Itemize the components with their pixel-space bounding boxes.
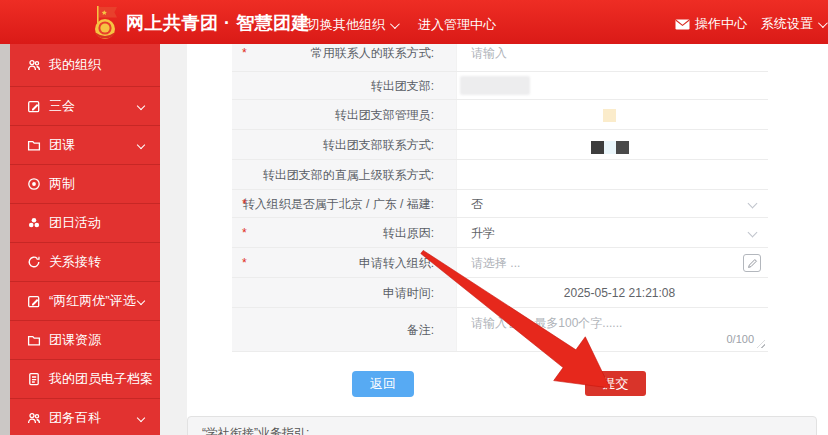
char-counter: 0/100 <box>726 333 754 345</box>
app-header: 网上共青团 · 智慧团建 切换其他组织 进入管理中心 操作中心 系统设置 ? <box>0 0 828 44</box>
row-out-branch: 转出团支部: <box>232 72 768 100</box>
remarks-textarea[interactable]: 请输入备注,最多100个字...... 0/100 <box>456 308 768 351</box>
chevron-down-icon <box>748 228 758 238</box>
field-label: 转出团支部联系方式: <box>323 138 434 152</box>
sidebar-item-relationship-transfer[interactable]: 关系接转 <box>10 243 160 282</box>
back-button[interactable]: 返回 <box>352 371 414 397</box>
field-label: 申请转入组织: <box>359 256 434 270</box>
chevron-down-icon <box>137 297 145 305</box>
folder-icon <box>27 333 41 347</box>
app-window: 网上共青团 · 智慧团建 切换其他组织 进入管理中心 操作中心 系统设置 ? <box>0 0 828 435</box>
edit-icon <box>27 294 41 308</box>
guide-title: “学社衔接”业务指引: <box>202 426 309 435</box>
pencil-icon <box>747 258 758 269</box>
sidebar-item-two-red-two-excellent[interactable]: “两红两优”评选 <box>10 282 160 321</box>
chevron-down-icon <box>390 19 400 29</box>
sidebar-item-member-archive[interactable]: 我的团员电子档案 <box>10 360 160 399</box>
region-select-dropdown[interactable]: 否 <box>456 190 768 217</box>
target-icon <box>27 177 41 191</box>
edit-organization-button[interactable] <box>743 254 761 272</box>
system-settings-menu[interactable]: 系统设置 <box>761 15 825 33</box>
row-superior-contact: 转出团支部的直属上级联系方式: <box>232 160 768 190</box>
doc-icon <box>27 372 41 386</box>
field-label: 申请时间: <box>383 286 434 300</box>
folder-icon <box>27 138 41 152</box>
chevron-down-icon <box>818 18 828 28</box>
sidebar-item-league-class[interactable]: 团课 <box>10 126 160 165</box>
sidebar-item-three-meetings[interactable]: 三会 <box>10 87 160 126</box>
required-marker: * <box>242 190 247 218</box>
resize-grip[interactable] <box>757 340 765 348</box>
enter-admin-center-link[interactable]: 进入管理中心 <box>418 16 496 34</box>
field-label: 常用联系人的联系方式: <box>311 46 434 60</box>
users-icon <box>27 411 41 425</box>
row-region-select: * 转入组织是否属于北京 / 广东 / 福建: 否 <box>232 190 768 218</box>
transfer-form: * 常用联系人的联系方式: 请输入 转出团支部: 转出团支部管理员: 转出团支部… <box>232 34 768 352</box>
action-center-link[interactable]: 操作中心 <box>675 15 747 33</box>
chevron-down-icon <box>137 414 145 422</box>
out-branch-admin-value <box>456 100 768 129</box>
envelope-icon <box>675 19 690 30</box>
field-label: 转出团支部管理员: <box>335 108 434 122</box>
field-label: 转出原因: <box>383 226 434 240</box>
clover-icon <box>27 216 41 230</box>
sidebar-item-two-systems[interactable]: 两制 <box>10 165 160 204</box>
chevron-down-icon <box>137 102 145 110</box>
row-transfer-reason: * 转出原因: 升学 <box>232 218 768 248</box>
sidebar-nav: 我的组织 三会 团课 两制 团日活动 关系接转 “两红两优”评选 <box>10 44 160 435</box>
superior-contact-value <box>456 160 768 189</box>
row-target-organization: * 申请转入组织: 请选择 ... <box>232 248 768 278</box>
field-label: 转出团支部的直属上级联系方式: <box>263 168 434 182</box>
users-icon <box>27 58 41 72</box>
page-title: 网上共青团 · 智慧团建 <box>126 11 310 35</box>
chevron-down-icon <box>137 141 145 149</box>
redacted-text-block <box>591 141 629 154</box>
row-out-branch-contact: 转出团支部联系方式: <box>232 130 768 160</box>
transfer-reason-dropdown[interactable]: 升学 <box>456 218 768 247</box>
submit-button[interactable]: 提交 <box>585 371 646 396</box>
content-gutter <box>160 44 187 435</box>
field-label: 备注: <box>407 323 434 337</box>
out-branch-value <box>456 72 768 99</box>
field-label: 转出团支部: <box>371 79 434 93</box>
required-marker: * <box>242 248 247 278</box>
edit-icon <box>27 99 41 113</box>
out-branch-contact-value <box>456 130 768 159</box>
row-remarks: 备注: 请输入备注,最多100个字...... 0/100 <box>232 308 768 352</box>
apply-time-value: 2025-05-12 21:21:08 <box>456 278 768 307</box>
target-organization-select[interactable]: 请选择 ... <box>456 248 768 277</box>
sync-icon <box>27 255 41 269</box>
sidebar-item-league-encyclopedia[interactable]: 团务百科 <box>10 399 160 435</box>
redacted-text-block <box>460 76 530 95</box>
left-edge-strip <box>0 44 10 435</box>
row-apply-time: 申请时间: 2025-05-12 21:21:08 <box>232 278 768 308</box>
row-out-branch-admin: 转出团支部管理员: <box>232 100 768 130</box>
field-label: 转入组织是否属于北京 / 广东 / 福建: <box>243 197 434 211</box>
league-emblem-logo <box>86 3 124 41</box>
required-marker: * <box>242 218 247 248</box>
redacted-text-block <box>603 109 616 122</box>
sidebar-item-league-day-activity[interactable]: 团日活动 <box>10 204 160 243</box>
sidebar-item-class-resources[interactable]: 团课资源 <box>10 321 160 360</box>
business-guide-panel: “学社衔接”业务指引: <box>187 416 817 435</box>
sidebar-item-my-organization[interactable]: 我的组织 <box>10 44 160 87</box>
switch-organization-menu[interactable]: 切换其他组织 <box>307 16 397 34</box>
chevron-down-icon <box>748 199 758 209</box>
